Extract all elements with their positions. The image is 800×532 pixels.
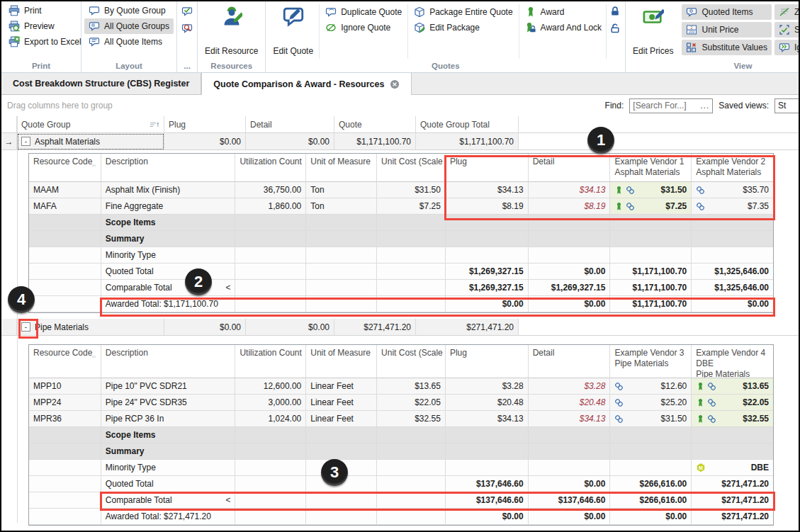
collapse-button[interactable]: - [21,137,30,146]
row-indicator-cell [1,319,17,336]
resource-row-maam[interactable]: MAAM Asphalt Mix (Finish) 36,750.00 Ton … [29,182,773,198]
resource-row-mpr36[interactable]: MPR36 Pipe RCP 36 In 1,024.00 Linear Fee… [29,411,773,427]
group-row-pipe-materials[interactable]: -Pipe Materials $0.00 $0.00 $271,471.20 … [1,319,799,336]
tab-cbs-register[interactable]: Cost Breakdown Structure (CBS) Register [1,73,201,94]
export-to-excel-button[interactable]: Export to Excel [4,34,86,50]
edit-resource-button[interactable]: Edit Resource [201,3,262,60]
preview-button[interactable]: Preview [4,18,86,34]
plug-cell[interactable]: $20.48 [446,395,529,411]
edit-package-button[interactable]: Edit Package [410,20,517,35]
vendor3-price-cell[interactable]: $31.50 [610,411,692,427]
ignore-quote-button[interactable]: Ignore Quote [321,20,406,35]
vendor2-price-cell[interactable]: $7.35 [692,198,773,215]
group-name-cell[interactable]: -Pipe Materials [17,319,164,336]
zero-items-toggle[interactable]: Zero Items [774,4,800,20]
vendor4-price-cell[interactable]: $32.55 [692,411,773,427]
all-quote-groups-button[interactable]: All Quote Groups [84,18,174,34]
group-row-asphalt-materials[interactable]: → -Asphalt Materials $0.00 $0.00 $1,171,… [1,133,799,150]
current-row-indicator: → [1,133,17,150]
detail-cell[interactable]: $34.13 [529,182,611,198]
column-header-quote-group-total[interactable]: Quote Group Total [416,116,519,133]
award-button[interactable]: Award [521,4,607,20]
edit-resource-label: Edit Resource [205,46,258,57]
col-plug[interactable]: Plug [446,345,529,378]
plug-cell[interactable]: $3.28 [446,378,529,395]
quote-search-button[interactable] [180,21,194,35]
col-utilization-count[interactable]: Utilization Count [235,345,306,378]
col-description[interactable]: Description [101,154,236,182]
column-header-quote[interactable]: Quote [334,116,416,133]
col-unit-cost[interactable]: Unit Cost (Scale 1) [377,154,446,182]
unit-cost-cell: $13.65 [377,378,446,395]
col-unit-cost[interactable]: Unit Cost (Scale 1) [377,345,446,378]
column-header-quote-group[interactable]: Quote Group [17,116,164,133]
unlock-button[interactable] [608,21,622,35]
close-tab-icon[interactable] [390,79,400,89]
award-and-lock-button[interactable]: Award And Lock [521,20,607,35]
vendor1-price-cell[interactable]: $7.25 [610,198,692,215]
group-name-cell[interactable]: -Asphalt Materials [17,133,164,150]
scope-items-band: Scope Items [29,427,773,443]
substitute-values-toggle[interactable]: Substitute Values [682,40,772,55]
tab-quote-comparison[interactable]: Quote Comparison & Award - Resources [201,73,412,95]
plug-cell[interactable]: $8.19 [446,198,529,215]
plug-cell[interactable]: $34.13 [446,411,529,427]
detail-cell[interactable]: $34.13 [529,411,611,427]
vendor3-price-cell[interactable]: $12.60 [610,378,692,395]
ignored-quotes-toggle[interactable]: Ignored Quotes [774,40,800,55]
col-detail[interactable]: Detail [529,154,611,182]
duplicate-quote-button[interactable]: Duplicate Quote [321,4,406,20]
detail-cell[interactable]: $8.19 [529,198,611,215]
detail-cell[interactable]: $20.48 [529,395,611,411]
vendor1-price-cell[interactable]: $31.50 [610,182,692,198]
saved-views-label: Saved views: [719,101,769,111]
unit-price-toggle[interactable]: 2200Unit Price [682,22,772,38]
vendor2-price-cell[interactable]: $35.70 [692,182,773,198]
by-quote-group-button[interactable]: By Quote Group [84,3,174,18]
printer-icon [9,5,20,16]
lock-button[interactable] [608,4,622,18]
col-vendor1[interactable]: Example Vendor 1Asphalt Materials [610,154,692,182]
col-detail[interactable]: Detail [529,345,611,378]
collapse-button[interactable]: - [21,322,30,332]
col-plug[interactable]: Plug [446,154,529,182]
vendor4-price-cell[interactable]: $22.05 [692,395,773,411]
col-resource-code[interactable]: Resource Code [29,345,101,378]
resource-row-mpp24[interactable]: MPP24 Pipe 24" PVC SDR35 3,000.00 Linear… [29,395,773,411]
vendor3-price-cell[interactable]: $25.20 [610,395,692,411]
col-vendor3[interactable]: Example Vendor 3Pipe Materials [610,345,692,378]
print-group-label: Print [4,60,78,72]
preview-label: Preview [24,21,55,31]
resource-row-mafa[interactable]: MAFA Fine Aggregate 1,860.00 Ton $7.25 $… [29,198,773,215]
col-utilization-count[interactable]: Utilization Count [235,154,306,182]
find-input[interactable]: [Search For...] ... [629,98,713,113]
detail-cell[interactable]: $3.28 [529,378,611,395]
col-unit-of-measure[interactable]: Unit of Measure [306,154,377,182]
edit-prices-button[interactable]: Edit Prices [629,3,677,60]
quoted-items-toggle[interactable]: Quoted Items [682,4,772,20]
edit-quote-button[interactable]: Edit Quote [269,3,317,60]
scope-items-toggle[interactable]: Scope Items [774,22,800,38]
awarded-total-row: Awarded Total: $1,171,100.70 $0.00 $0.00… [29,296,773,312]
column-header-plug[interactable]: Plug [164,116,246,133]
find-more-button[interactable]: ... [700,101,709,111]
plug-cell[interactable]: $34.13 [446,182,529,198]
all-quote-items-button[interactable]: All Quote Items [84,34,174,50]
col-vendor4[interactable]: Example Vendor 4DBEPipe Materials [692,345,773,378]
minority-type-value: DBE [751,463,769,472]
vendor4-price-cell[interactable]: $13.65 [692,378,773,395]
link-icon [614,398,624,407]
print-button[interactable]: Print [4,3,86,18]
saved-views-select[interactable]: St [774,98,800,113]
col-vendor2[interactable]: Example Vendor 2Asphalt Materials [692,154,773,182]
col-unit-of-measure[interactable]: Unit of Measure [306,345,377,378]
group-quote-cell: $271,471.20 [334,319,416,336]
group-name: Asphalt Materials [35,137,100,147]
resource-row-mpp10[interactable]: MPP10 Pipe 10" PVC SDR21 12,600.00 Linea… [29,378,773,395]
col-description[interactable]: Description [101,345,236,378]
column-header-detail[interactable]: Detail [246,116,334,133]
package-entire-quote-button[interactable]: Package Entire Quote [410,4,517,20]
lock-open-icon [609,23,621,34]
col-resource-code[interactable]: Resource Code [29,154,101,182]
quote-check-button[interactable] [180,4,194,18]
